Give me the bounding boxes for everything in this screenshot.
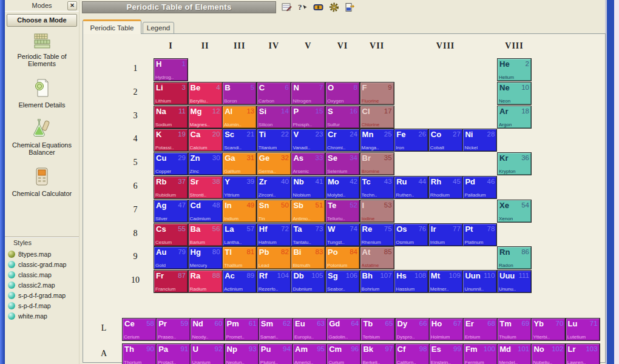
- element-cell-Fm[interactable]: Fm100Fermium: [463, 343, 498, 364]
- element-cell-O[interactable]: O8Oxygen: [325, 82, 360, 105]
- style-item-classic2.map[interactable]: classic2.map: [5, 280, 79, 290]
- close-icon[interactable]: ✕: [67, 1, 77, 10]
- tab-legend[interactable]: Legend: [143, 22, 174, 34]
- element-cell-Db[interactable]: Db105Dubnium: [291, 270, 325, 293]
- mode-item-chemical-calculator[interactable]: Chemical Calculator: [5, 167, 79, 197]
- element-cell-Ni[interactable]: Ni28Nickel: [462, 129, 497, 152]
- element-cell-Cu[interactable]: Cu29Copper: [154, 152, 188, 175]
- element-cell-Lu[interactable]: Lu71Lutetium: [566, 318, 600, 341]
- element-cell-Ar[interactable]: Ar18Argon: [497, 106, 532, 129]
- element-cell-Lr[interactable]: Lr103Lawren..: [566, 343, 600, 364]
- exit-icon[interactable]: [343, 2, 356, 13]
- mode-item-equations-balancer[interactable]: Chemical Equations Balancer: [5, 118, 79, 156]
- element-cell-W[interactable]: W74Tungst..: [325, 223, 360, 246]
- element-cell-U[interactable]: U92Uranium: [190, 343, 225, 364]
- element-cell-C[interactable]: C6Carbon: [257, 82, 291, 105]
- element-cell-Ce[interactable]: Ce58Cerium: [122, 318, 157, 341]
- element-cell-K[interactable]: K19Potassi..: [154, 129, 188, 152]
- element-cell-Se[interactable]: Se34Selenium: [325, 152, 360, 175]
- flag-icon[interactable]: [312, 2, 324, 13]
- element-cell-Au[interactable]: Au79Gold: [154, 246, 188, 269]
- element-cell-Cl[interactable]: Cl17Chlorine: [360, 106, 394, 129]
- element-cell-Sn[interactable]: Sn50Tin: [257, 200, 291, 223]
- element-cell-Hf[interactable]: Hf72Hafnium: [257, 223, 291, 246]
- element-cell-Pr[interactable]: Pr59Praseo..: [156, 318, 191, 341]
- element-cell-S[interactable]: S16Sulfur: [325, 106, 360, 129]
- element-cell-Ga[interactable]: Ga31Gallium: [222, 152, 257, 175]
- element-cell-Te[interactable]: Te52Telluriu..: [325, 200, 360, 223]
- element-cell-Zr[interactable]: Zr40Zirconi..: [257, 176, 291, 199]
- element-cell-Zn[interactable]: Zn30Zinc: [188, 152, 223, 175]
- element-cell-Mo[interactable]: Mo42Molybd..: [325, 176, 360, 199]
- element-cell-Re[interactable]: Re75Rhenium: [360, 223, 394, 246]
- element-cell-Rb[interactable]: Rb37Rubidium: [154, 176, 188, 199]
- element-cell-As[interactable]: As33Arsenic: [291, 152, 325, 175]
- element-cell-Yb[interactable]: Yb70Ytterbi..: [531, 318, 566, 341]
- element-cell-Eu[interactable]: Eu63Europiu..: [293, 318, 327, 341]
- element-cell-Al[interactable]: Al13Alumin..: [222, 106, 257, 129]
- element-cell-Sm[interactable]: Sm62Samari..: [259, 318, 293, 341]
- element-cell-Np[interactable]: Np93Neptun..: [225, 343, 259, 364]
- element-cell-Tb[interactable]: Tb65Terbium: [360, 318, 395, 341]
- element-cell-Co[interactable]: Co27Cobalt: [428, 129, 463, 152]
- element-cell-Fe[interactable]: Fe26Iron: [394, 129, 428, 152]
- element-cell-Ge[interactable]: Ge32Germa..: [257, 152, 291, 175]
- element-cell-F[interactable]: F9Fluorine: [360, 82, 394, 105]
- element-cell-P[interactable]: P15Phosph..: [291, 106, 325, 129]
- element-cell-Mn[interactable]: Mn25Manga..: [360, 129, 394, 152]
- element-cell-Bh[interactable]: Bh107Bohrium: [360, 270, 394, 293]
- element-cell-Cf[interactable]: Cf98Californ..: [395, 343, 430, 364]
- element-cell-Ti[interactable]: Ti22Titanium: [257, 129, 291, 152]
- element-cell-Cs[interactable]: Cs55Cesium: [154, 223, 188, 246]
- element-cell-Pd[interactable]: Pd46Palladium: [462, 176, 497, 199]
- element-cell-Po[interactable]: Po84Polonium: [325, 246, 360, 269]
- element-cell-Sc[interactable]: Sc21Scandi..: [222, 129, 257, 152]
- element-cell-Es[interactable]: Es99Einstein..: [429, 343, 464, 364]
- element-cell-Uun[interactable]: Uun110Ununnil..: [462, 270, 497, 293]
- context-help-icon[interactable]: ?: [296, 2, 308, 13]
- element-cell-Pm[interactable]: Pm61Promet..: [225, 318, 259, 341]
- element-cell-Na[interactable]: Na11Sodium: [154, 106, 188, 129]
- mode-item-element-details[interactable]: Element Details: [5, 78, 79, 109]
- style-item-classic.map[interactable]: classic.map: [5, 269, 79, 280]
- style-item-s-p-d-f-grad.map[interactable]: s-p-d-f-grad.map: [5, 290, 79, 300]
- element-cell-In[interactable]: In49Indium: [222, 200, 257, 223]
- element-cell-Gd[interactable]: Gd64Gadolin..: [326, 318, 361, 341]
- style-item-white.map[interactable]: white.map: [5, 311, 79, 321]
- element-cell-Nb[interactable]: Nb41Niobium: [291, 176, 325, 199]
- element-cell-Am[interactable]: Am95Americi..: [293, 343, 327, 364]
- element-cell-La[interactable]: La57Lantha..: [222, 223, 257, 246]
- element-cell-Pb[interactable]: Pb82Lead: [257, 246, 291, 269]
- element-cell-Ra[interactable]: Ra88Radium: [188, 270, 223, 293]
- element-cell-Nd[interactable]: Nd60Neody..: [190, 318, 225, 341]
- element-cell-Br[interactable]: Br35Bromine: [360, 152, 394, 175]
- element-cell-Y[interactable]: Y39Yttrium: [222, 176, 257, 199]
- element-cell-Li[interactable]: Li3Lithium: [154, 82, 188, 105]
- element-cell-No[interactable]: No102Nobeliu..: [531, 343, 566, 364]
- element-cell-Be[interactable]: Be4Berylliu..: [188, 82, 223, 105]
- element-cell-Er[interactable]: Er68Erbium: [463, 318, 498, 341]
- element-cell-Cr[interactable]: Cr24Chromi..: [325, 129, 360, 152]
- modes-panel-titlebar[interactable]: Modes ✕: [5, 0, 79, 12]
- element-cell-Dy[interactable]: Dy66Dyspro..: [395, 318, 430, 341]
- element-cell-Rf[interactable]: Rf104Rezerfo..: [257, 270, 291, 293]
- element-cell-Ru[interactable]: Ru44Ruthen..: [394, 176, 428, 199]
- element-cell-Uuu[interactable]: Uuu111Ununu..: [497, 270, 532, 293]
- element-cell-I[interactable]: I53Iodine: [360, 200, 394, 223]
- settings-gear-icon[interactable]: [328, 2, 340, 13]
- element-cell-Ho[interactable]: Ho67Holmium: [429, 318, 464, 341]
- element-cell-Sb[interactable]: Sb51Antimo..: [291, 200, 325, 223]
- style-item-classic-grad.map[interactable]: classic-grad.map: [5, 259, 79, 269]
- element-cell-Ne[interactable]: Ne10Neon: [497, 82, 532, 105]
- element-cell-Th[interactable]: Th90Thorium: [122, 343, 157, 364]
- element-cell-Si[interactable]: Si14Silicon: [257, 106, 291, 129]
- element-cell-Ag[interactable]: Ag47Silver: [154, 200, 188, 223]
- element-cell-Ac[interactable]: Ac89Actinium: [222, 270, 257, 293]
- element-cell-Sg[interactable]: Sg106Seabor..: [325, 270, 360, 293]
- element-cell-Cm[interactable]: Cm96Curium: [326, 343, 361, 364]
- element-cell-Rh[interactable]: Rh45Rhodium: [428, 176, 463, 199]
- element-cell-Os[interactable]: Os76Osmium: [394, 223, 428, 246]
- element-cell-Hg[interactable]: Hg80Mercury: [188, 246, 223, 269]
- element-cell-H[interactable]: H1Hydrog..: [154, 58, 188, 81]
- element-cell-Mt[interactable]: Mt109Meitner..: [428, 270, 463, 293]
